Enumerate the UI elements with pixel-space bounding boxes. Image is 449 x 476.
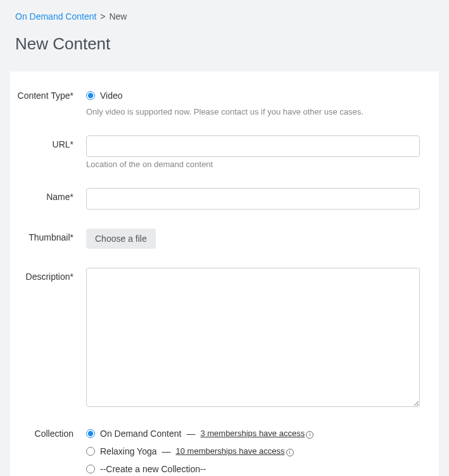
name-input[interactable] [86,188,420,210]
breadcrumb: On Demand Content > New [15,11,439,22]
collection-option-create-new[interactable]: --Create a new Collection-- [86,464,420,474]
content-type-video-label: Video [100,91,123,101]
collection-radio-on-demand[interactable] [86,429,95,438]
description-textarea[interactable] [86,268,420,407]
collection-access-link-relaxing-yoga[interactable]: 10 memberships have accessi [176,446,294,456]
form-card: Content Type* Video Only video is suppor… [10,72,439,476]
content-type-helper: Only video is supported now. Please cont… [86,107,420,116]
collection-dash: — [162,446,171,456]
content-type-video-radio[interactable] [86,91,95,100]
collection-name-relaxing-yoga: Relaxing Yoga [100,446,157,456]
breadcrumb-current: New [109,11,127,22]
collection-name-on-demand: On Demand Content [100,429,181,439]
url-helper: Location of the on demand content [86,160,420,169]
page-title: New Content [15,34,439,54]
content-type-video-option[interactable]: Video [86,91,420,101]
collection-radio-relaxing-yoga[interactable] [86,447,95,456]
collection-access-link-on-demand[interactable]: 3 memberships have accessi [200,429,313,439]
info-icon: i [306,431,313,439]
name-label: Name* [16,188,86,210]
breadcrumb-separator: > [100,11,105,22]
url-input[interactable] [86,135,420,157]
collection-option-on-demand[interactable]: On Demand Content — 3 memberships have a… [86,429,420,439]
thumbnail-label: Thumbnail* [16,229,86,249]
url-label: URL* [16,135,86,169]
description-label: Description* [16,268,86,410]
breadcrumb-parent-link[interactable]: On Demand Content [15,11,96,22]
collection-create-new-label: --Create a new Collection-- [100,464,206,474]
choose-file-button[interactable]: Choose a file [86,229,156,249]
collection-option-relaxing-yoga[interactable]: Relaxing Yoga — 10 memberships have acce… [86,446,420,456]
collection-label: Collection [16,429,86,476]
info-icon: i [286,449,294,456]
collection-dash: — [186,429,195,439]
collection-radio-create-new[interactable] [86,465,95,473]
content-type-label: Content Type* [16,91,86,116]
